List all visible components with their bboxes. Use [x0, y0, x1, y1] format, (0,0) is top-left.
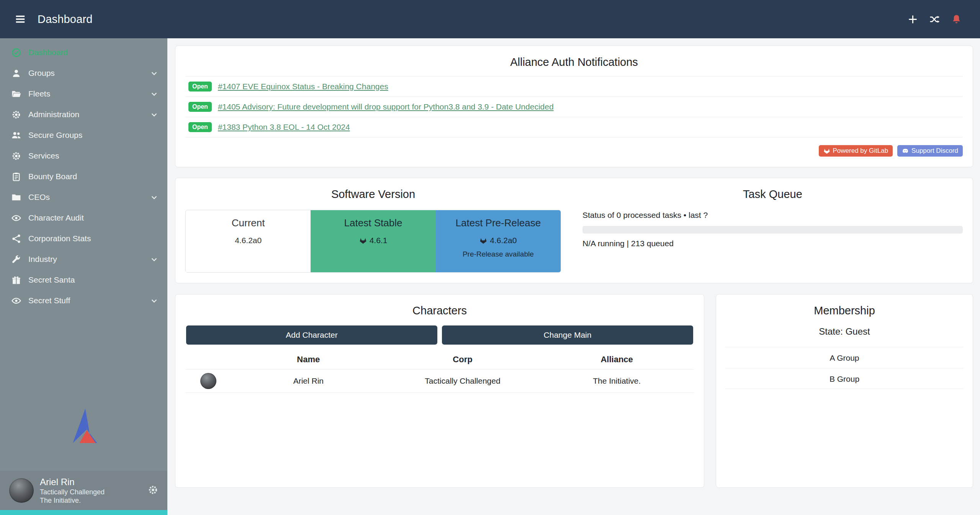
user-alliance: The Initiative. [40, 496, 105, 505]
user-corp: Tactically Challenged [40, 488, 105, 497]
sidebar-bottom-strip [0, 510, 167, 515]
status-badge: Open [188, 82, 212, 92]
notification-row: Open #1383 Python 3.8 EOL - 14 Oct 2024 [185, 117, 963, 137]
gears-icon [11, 110, 21, 119]
sidebar-item-ceos[interactable]: CEOs [0, 187, 167, 208]
powered-by-gitlab-badge[interactable]: Powered by GitLab [819, 145, 893, 157]
alliance-logo [65, 407, 102, 446]
sidebar-item-label: Secret Stuff [28, 296, 70, 305]
add-character-button[interactable]: Add Character [186, 325, 437, 345]
notification-link[interactable]: #1405 Advisory: Future development will … [218, 102, 554, 111]
task-queue-section: Task Queue Status of 0 processed tasks •… [574, 184, 963, 277]
user-name: Ariel Rin [40, 476, 105, 488]
folder-icon [11, 193, 21, 202]
task-progress-bar [582, 226, 963, 234]
sidebar-item-administration[interactable]: Administration [0, 104, 167, 125]
column-header-corp: Corp [386, 355, 540, 365]
characters-card: Characters Add Character Change Main Nam… [175, 294, 704, 488]
sidebar-item-label: Secure Groups [28, 131, 82, 140]
character-alliance: The Initiative. [540, 376, 694, 386]
eye-icon [11, 213, 21, 223]
gear-icon [148, 485, 158, 495]
change-main-button[interactable]: Change Main [442, 325, 693, 345]
user-panel: Ariel Rin Tactically Challenged The Init… [0, 471, 167, 510]
shuffle-button[interactable] [926, 11, 943, 28]
notification-link[interactable]: #1407 EVE Equinox Status - Breaking Chan… [218, 82, 388, 91]
notification-row: Open #1405 Advisory: Future development … [185, 96, 963, 117]
shuffle-icon [929, 14, 940, 25]
chevron-down-icon [150, 90, 158, 98]
discord-icon [902, 147, 909, 154]
sidebar-item-secret-santa[interactable]: Secret Santa [0, 270, 167, 290]
user-info: Ariel Rin Tactically Challenged The Init… [40, 476, 105, 505]
characters-table: Name Corp Alliance Ariel Rin Tactically … [185, 350, 694, 393]
sidebar-item-fleets[interactable]: Fleets [0, 83, 167, 104]
status-badge: Open [188, 102, 212, 112]
character-avatar-cell [185, 373, 231, 389]
top-navbar: Dashboard [0, 0, 980, 38]
wrench-icon [11, 255, 21, 264]
sidebar-item-label: Industry [28, 255, 57, 264]
eye-icon [11, 296, 21, 306]
sidebar-item-secret-stuff[interactable]: Secret Stuff [0, 290, 167, 311]
plus-icon [908, 14, 918, 25]
sidebar-item-industry[interactable]: Industry [0, 249, 167, 270]
user-settings-button[interactable] [148, 485, 158, 496]
footer-badges: Powered by GitLab Support Discord [185, 145, 963, 157]
character-corp: Tactically Challenged [386, 376, 540, 386]
characters-actions: Add Character Change Main [186, 325, 693, 345]
sidebar-item-corporation-stats[interactable]: Corporation Stats [0, 228, 167, 249]
sidebar-item-label: Bounty Board [28, 172, 77, 181]
discord-badge-label: Support Discord [911, 147, 958, 155]
sidebar-item-label: Secret Santa [28, 275, 75, 284]
initiative-logo-icon [65, 407, 102, 444]
gitlab-icon [823, 147, 830, 154]
folder-open-icon [11, 89, 21, 99]
sidebar-item-services[interactable]: Services [0, 146, 167, 166]
sidebar-item-secure-groups[interactable]: Secure Groups [0, 125, 167, 146]
notifications-title: Alliance Auth Notifications [185, 56, 963, 69]
version-prerelease: Latest Pre-Release 4.6.2a0 Pre-Release a… [436, 210, 561, 272]
support-discord-badge[interactable]: Support Discord [897, 145, 963, 157]
menu-button[interactable] [11, 10, 29, 28]
notifications-list: Open #1407 EVE Equinox Status - Breaking… [185, 76, 963, 137]
character-avatar [200, 373, 216, 389]
notifications-bell-button[interactable] [948, 11, 965, 28]
notification-link[interactable]: #1383 Python 3.8 EOL - 14 Oct 2024 [218, 123, 350, 132]
chevron-down-icon [150, 255, 158, 263]
version-value: 4.6.2a0 [235, 236, 262, 245]
task-queue-counts: N/A running | 213 queued [582, 239, 963, 248]
gitlab-icon [359, 237, 367, 244]
gitlab-badge-label: Powered by GitLab [833, 147, 888, 155]
version-label: Latest Pre-Release [436, 217, 561, 229]
sidebar-item-label: Dashboard [28, 48, 68, 57]
clipboard-icon [11, 172, 21, 181]
user-icon [11, 69, 21, 78]
chevron-down-icon [150, 69, 158, 77]
membership-state: State: Guest [725, 326, 964, 337]
sidebar-item-dashboard[interactable]: Dashboard [0, 42, 167, 63]
sidebar-item-label: Character Audit [28, 213, 84, 222]
share-nodes-icon [11, 234, 21, 244]
sidebar-item-label: Groups [28, 69, 55, 78]
page-title: Dashboard [38, 13, 93, 26]
column-header-alliance: Alliance [540, 355, 694, 365]
character-name: Ariel Rin [231, 376, 386, 386]
software-version-section: Software Version Current 4.6.2a0 Latest … [185, 184, 574, 277]
sidebar-item-character-audit[interactable]: Character Audit [0, 208, 167, 228]
status-badge: Open [188, 122, 212, 132]
add-button[interactable] [905, 11, 921, 28]
users-icon [11, 131, 21, 140]
status-card: Software Version Current 4.6.2a0 Latest … [175, 178, 973, 283]
sidebar-item-label: Services [28, 151, 59, 160]
sidebar-nav: Dashboard Groups Fleets Administration S… [0, 38, 167, 311]
sidebar-item-bounty-board[interactable]: Bounty Board [0, 166, 167, 187]
main-content: Alliance Auth Notifications Open #1407 E… [167, 38, 980, 515]
task-queue-status: Status of 0 processed tasks • last ? [582, 211, 963, 220]
sidebar-item-groups[interactable]: Groups [0, 63, 167, 83]
version-value: 4.6.1 [370, 236, 388, 245]
membership-card: Membership State: Guest A Group B Group [716, 294, 973, 488]
prerelease-note: Pre-Release available [436, 250, 561, 258]
chevron-down-icon [150, 111, 158, 119]
group-row: A Group [725, 347, 964, 368]
